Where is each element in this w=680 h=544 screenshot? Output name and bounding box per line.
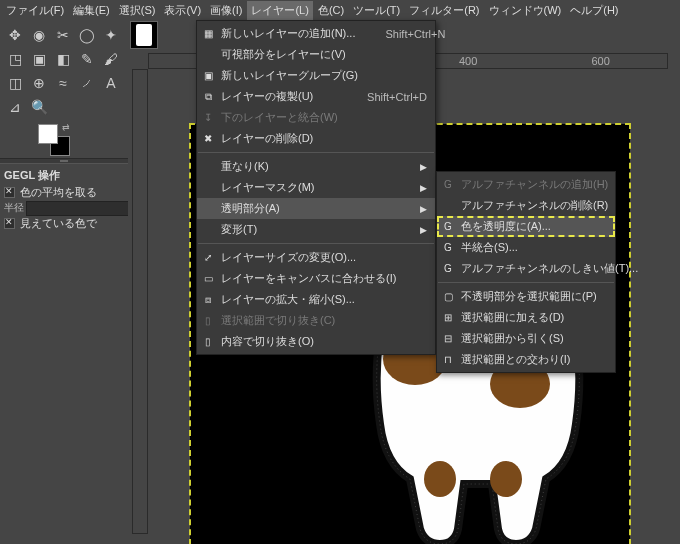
menu-shortcut: Shift+Ctrl+N	[355, 28, 445, 40]
menu-item-layer-resize[interactable]: ⤢ レイヤーサイズの変更(O)...	[197, 247, 435, 268]
menu-item-semi-flatten[interactable]: G 半統合(S)...	[437, 237, 615, 258]
menu-item-mask[interactable]: レイヤーマスク(M) ▶	[197, 177, 435, 198]
menu-item-label: レイヤーマスク(M)	[221, 180, 315, 195]
chevron-right-icon: ▶	[390, 204, 427, 214]
tool-eye-icon[interactable]: ◉	[28, 24, 50, 46]
tool-smudge-icon[interactable]: ≈	[52, 72, 74, 94]
menu-item-add-to-selection[interactable]: ⊞ 選択範囲に加える(D)	[437, 307, 615, 328]
menu-item-stack[interactable]: 重なり(K) ▶	[197, 156, 435, 177]
menu-item-label: レイヤーをキャンバスに合わせる(I)	[221, 271, 396, 286]
tool-brush-icon[interactable]: 🖌	[100, 48, 122, 70]
color-swatches[interactable]: ⇄	[0, 122, 128, 158]
menu-item-label: アルファチャンネルのしきい値(T)...	[461, 261, 638, 276]
menu-item-add-alpha: G アルファチャンネルの追加(H)	[437, 174, 615, 195]
tool-bucket-icon[interactable]: ▣	[28, 48, 50, 70]
svg-point-3	[490, 461, 522, 497]
menu-edit[interactable]: 編集(E)	[69, 1, 114, 20]
menu-item-label: 選択範囲から引く(S)	[461, 331, 564, 346]
selection-replace-icon: ▢	[441, 291, 455, 302]
layer-menu: ▦ 新しいレイヤーの追加(N)... Shift+Ctrl+N 可視部分をレイヤ…	[196, 20, 436, 355]
tool-clone-icon[interactable]: ⊕	[28, 72, 50, 94]
left-dock: ✥ ◉ ✂ ◯ ✦ ◳ ▣ ◧ ✎ 🖌 ◫ ⊕ ≈ ⟋ A ⊿ 🔍 ⇄ GEGL…	[0, 20, 128, 544]
chevron-right-icon: ▶	[390, 162, 427, 172]
tool-path-icon[interactable]: ⟋	[76, 72, 98, 94]
menu-item-label: レイヤーの拡大・縮小(S)...	[221, 292, 355, 307]
tool-move-icon[interactable]: ✥	[4, 24, 26, 46]
menu-item-crop-content[interactable]: ▯ 内容で切り抜き(O)	[197, 331, 435, 352]
menu-item-delete-layer[interactable]: ✖ レイヤーの削除(D)	[197, 128, 435, 149]
gegl-visiblecolor-checkbox[interactable]	[4, 218, 15, 229]
menu-tools[interactable]: ツール(T)	[349, 1, 404, 20]
menu-item-label: レイヤーの削除(D)	[221, 131, 313, 146]
menu-item-label: 新しいレイヤーグループ(G)	[221, 68, 358, 83]
menu-item-color-to-alpha[interactable]: G 色を透明度に(A)...	[437, 216, 615, 237]
tool-text-icon[interactable]: A	[100, 72, 122, 94]
menu-item-scale-layer[interactable]: ⧈ レイヤーの拡大・縮小(S)...	[197, 289, 435, 310]
menu-help[interactable]: ヘルプ(H)	[566, 1, 622, 20]
toolbox: ✥ ◉ ✂ ◯ ✦ ◳ ▣ ◧ ✎ 🖌 ◫ ⊕ ≈ ⟋ A ⊿ 🔍	[0, 20, 128, 122]
menu-item-transform[interactable]: 変形(T) ▶	[197, 219, 435, 240]
menu-item-label: レイヤーの複製(U)	[221, 89, 313, 104]
menu-select[interactable]: 選択(S)	[115, 1, 160, 20]
menu-item-label: 重なり(K)	[221, 159, 269, 174]
menu-item-opaque-to-selection[interactable]: ▢ 不透明部分を選択範囲に(P)	[437, 286, 615, 307]
tool-eraser-icon[interactable]: ◫	[4, 72, 26, 94]
menu-item-intersect-selection[interactable]: ⊓ 選択範囲との交わり(I)	[437, 349, 615, 370]
gegl-icon: G	[441, 242, 455, 253]
duplicate-icon: ⧉	[201, 91, 215, 103]
gegl-radius-label: 半径	[4, 201, 24, 215]
image-tab-thumbnail[interactable]	[130, 21, 158, 49]
menu-item-new-group[interactable]: ▣ 新しいレイヤーグループ(G)	[197, 65, 435, 86]
menu-item-visible-to-layer[interactable]: 可視部分をレイヤーに(V)	[197, 44, 435, 65]
menu-item-label: 半統合(S)...	[461, 240, 518, 255]
menu-item-label: 選択範囲に加える(D)	[461, 310, 564, 325]
menu-item-label: 選択範囲で切り抜き(C)	[221, 313, 335, 328]
menu-colors[interactable]: 色(C)	[314, 1, 348, 20]
menu-item-label: アルファチャンネルの削除(R)	[461, 198, 608, 213]
tool-crop-icon[interactable]: ◳	[4, 48, 26, 70]
menu-item-duplicate-layer[interactable]: ⧉ レイヤーの複製(U) Shift+Ctrl+D	[197, 86, 435, 107]
transparency-submenu: G アルファチャンネルの追加(H) アルファチャンネルの削除(R) G 色を透明…	[436, 171, 616, 373]
menu-file[interactable]: ファイル(F)	[2, 1, 68, 20]
tool-lasso-icon[interactable]: ◯	[76, 24, 98, 46]
chevron-right-icon: ▶	[390, 225, 427, 235]
selection-subtract-icon: ⊟	[441, 333, 455, 344]
menu-separator	[198, 243, 434, 244]
menu-item-label: 新しいレイヤーの追加(N)...	[221, 26, 355, 41]
menu-shortcut: Shift+Ctrl+D	[337, 91, 427, 103]
foreground-color-swatch[interactable]	[38, 124, 58, 144]
tool-zoom-icon[interactable]: 🔍	[28, 96, 50, 118]
menu-item-fit-canvas[interactable]: ▭ レイヤーをキャンバスに合わせる(I)	[197, 268, 435, 289]
swap-colors-icon[interactable]: ⇄	[62, 122, 70, 132]
menu-item-label: 下のレイヤーと統合(W)	[221, 110, 338, 125]
menu-item-merge-down: ↧ 下のレイヤーと統合(W)	[197, 107, 435, 128]
menu-item-label: 透明部分(A)	[221, 201, 280, 216]
menu-view[interactable]: 表示(V)	[160, 1, 205, 20]
menu-filters[interactable]: フィルター(R)	[405, 1, 483, 20]
menu-separator	[198, 152, 434, 153]
tool-wand-icon[interactable]: ✦	[100, 24, 122, 46]
menu-image[interactable]: 画像(I)	[206, 1, 246, 20]
tool-scissors-icon[interactable]: ✂	[52, 24, 74, 46]
menu-item-label: 不透明部分を選択範囲に(P)	[461, 289, 597, 304]
gegl-icon: G	[441, 179, 455, 190]
menu-item-remove-alpha[interactable]: アルファチャンネルの削除(R)	[437, 195, 615, 216]
menu-item-threshold-alpha[interactable]: G アルファチャンネルのしきい値(T)...	[437, 258, 615, 279]
tool-measure-icon[interactable]: ⊿	[4, 96, 26, 118]
menu-item-subtract-selection[interactable]: ⊟ 選択範囲から引く(S)	[437, 328, 615, 349]
menu-item-new-layer[interactable]: ▦ 新しいレイヤーの追加(N)... Shift+Ctrl+N	[197, 23, 435, 44]
gegl-op-checkbox[interactable]	[4, 187, 15, 198]
chevron-right-icon: ▶	[390, 183, 427, 193]
selection-intersect-icon: ⊓	[441, 354, 455, 365]
folder-icon: ▣	[201, 70, 215, 81]
menu-item-label: アルファチャンネルの追加(H)	[461, 177, 608, 192]
menu-item-label: レイヤーサイズの変更(O)...	[221, 250, 356, 265]
menu-windows[interactable]: ウィンドウ(W)	[485, 1, 566, 20]
menu-item-transparency[interactable]: 透明部分(A) ▶	[197, 198, 435, 219]
gegl-visiblecolor-label: 見えている色で	[20, 216, 97, 231]
menu-layer[interactable]: レイヤー(L)	[247, 1, 312, 20]
tool-pencil-icon[interactable]: ✎	[76, 48, 98, 70]
menu-item-crop-selection: ▯ 選択範囲で切り抜き(C)	[197, 310, 435, 331]
ruler-vertical	[132, 69, 148, 534]
tool-gradient-icon[interactable]: ◧	[52, 48, 74, 70]
